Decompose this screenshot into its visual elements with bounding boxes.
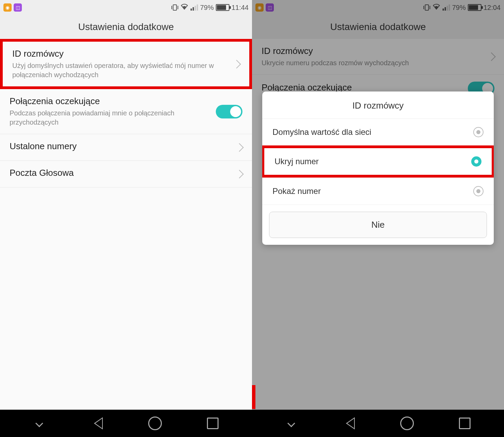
page-title: Ustawienia dodatkowe — [0, 15, 252, 39]
call-waiting-title: Połączenia oczekujące — [10, 96, 216, 107]
nav-expand-icon[interactable] — [283, 415, 299, 431]
nav-back-button[interactable] — [341, 415, 357, 431]
chevron-right-icon — [235, 143, 243, 152]
dialog-title: ID rozmówcy — [262, 91, 494, 118]
content: ID rozmówcy Użyj domyślnych ustawień ope… — [0, 39, 252, 410]
clock: 11:44 — [232, 4, 249, 12]
dialog-option-show[interactable]: Pokaż numer — [262, 178, 494, 205]
caller-id-title: ID rozmówcy — [12, 48, 229, 59]
option-label: Pokaż numer — [272, 186, 321, 196]
status-left: ◉ ◫ — [3, 3, 22, 12]
call-waiting-sub: Podczas połączenia powiadamiaj mnie o po… — [10, 109, 216, 127]
fixed-numbers-title: Ustalone numery — [10, 141, 232, 152]
notif-app-icon-1: ◉ — [3, 3, 12, 12]
nav-recent-button[interactable] — [457, 415, 473, 431]
vibrate-icon — [171, 4, 178, 11]
caller-id-dialog: ID rozmówcy Domyślna wartość dla sieci U… — [262, 91, 494, 245]
option-label: Domyślna wartość dla sieci — [272, 127, 371, 137]
nav-bar — [252, 410, 504, 437]
wifi-icon — [180, 3, 188, 12]
voicemail-title: Poczta Głosowa — [10, 168, 232, 178]
battery-icon — [216, 4, 229, 11]
dialog-option-default[interactable]: Domyślna wartość dla sieci — [262, 118, 494, 145]
nav-back-button[interactable] — [89, 415, 105, 431]
annotation-mark — [252, 385, 255, 409]
caller-id-sub: Użyj domyślnych ustawień operatora, aby … — [12, 61, 229, 80]
call-waiting-toggle[interactable] — [216, 105, 242, 118]
row-voicemail[interactable]: Poczta Głosowa — [0, 161, 252, 187]
nav-bar — [0, 410, 252, 437]
radio-selected-icon — [471, 156, 481, 167]
row-fixed-numbers[interactable]: Ustalone numery — [0, 134, 252, 161]
radio-icon — [473, 127, 484, 137]
option-label: Ukryj numer — [275, 157, 319, 166]
phone-left: ◉ ◫ 79% 11:44 Ustawienia dodatkowe ID ro… — [0, 0, 252, 437]
dialog-footer: Nie — [262, 205, 494, 245]
row-call-waiting[interactable]: Połączenia oczekujące Podczas połączenia… — [0, 89, 252, 134]
row-caller-id[interactable]: ID rozmówcy Użyj domyślnych ustawień ope… — [0, 39, 252, 89]
status-right: 79% 11:44 — [171, 3, 249, 12]
chevron-right-icon — [235, 170, 243, 178]
status-bar: ◉ ◫ 79% 11:44 — [0, 0, 252, 15]
nav-home-button[interactable] — [147, 415, 163, 431]
nav-home-button[interactable] — [399, 415, 415, 431]
signal-icon — [191, 4, 198, 11]
phone-right: ◉ ◫ 79% 12:04 Ustawienia dodatkowe ID ro… — [252, 0, 504, 437]
chevron-right-icon — [232, 60, 241, 68]
nav-recent-button[interactable] — [205, 415, 221, 431]
dialog-cancel-button[interactable]: Nie — [269, 212, 487, 238]
dialog-option-hide[interactable]: Ukryj numer — [262, 145, 494, 178]
radio-icon — [473, 186, 484, 196]
notif-app-icon-2: ◫ — [14, 3, 22, 12]
battery-pct: 79% — [200, 4, 214, 12]
nav-expand-icon[interactable] — [31, 415, 47, 431]
